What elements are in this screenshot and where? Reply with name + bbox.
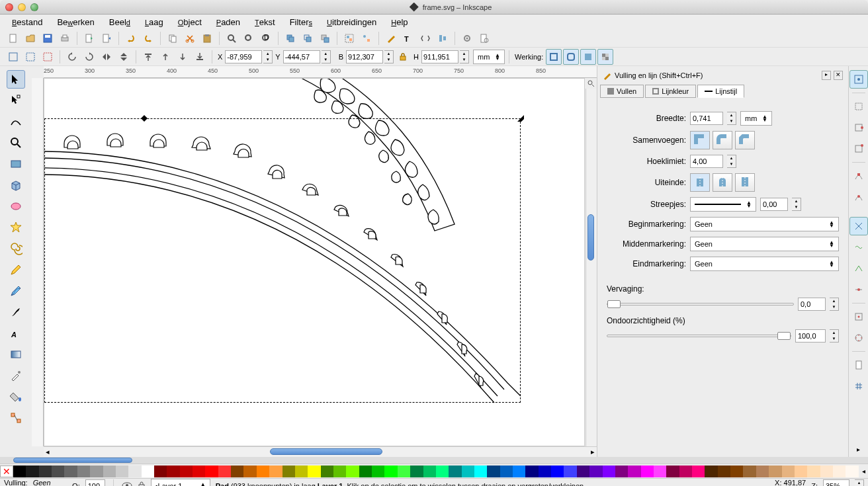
tab-stroke-style[interactable]: Lijnstijl (697, 85, 744, 98)
color-swatch[interactable] (116, 466, 128, 477)
blur-input[interactable] (798, 298, 826, 311)
text-tool[interactable]: A (7, 324, 25, 343)
color-swatch[interactable] (756, 466, 769, 477)
color-swatch[interactable] (384, 466, 397, 477)
mid-marker-select[interactable]: Geen▲▼ (690, 237, 839, 251)
width-input[interactable] (690, 112, 723, 125)
ellipse-tool[interactable] (7, 197, 25, 216)
color-swatch[interactable] (513, 466, 525, 477)
cap-round-button[interactable] (713, 173, 732, 192)
blur-slider[interactable] (607, 303, 794, 305)
snap-bbox-corner-button[interactable] (849, 140, 868, 158)
width-unit-select[interactable]: mm▲▼ (740, 111, 772, 126)
no-color-swatch[interactable]: ✕ (0, 466, 13, 477)
palette-menu-button[interactable]: ◂ (859, 467, 868, 475)
unlink-clone-button[interactable] (317, 30, 333, 46)
affect-stroke-button[interactable] (546, 49, 562, 65)
snap-cusp-button[interactable] (849, 259, 868, 278)
color-swatch[interactable] (589, 466, 602, 477)
color-swatch[interactable] (628, 466, 640, 477)
opacity-slider[interactable] (607, 335, 791, 337)
zoom-selection-button[interactable] (241, 30, 257, 46)
color-swatch[interactable] (90, 466, 103, 477)
color-swatch[interactable] (205, 466, 218, 477)
color-swatch[interactable] (449, 466, 461, 477)
snap-bbox-edge-button[interactable] (849, 118, 868, 137)
unit-select[interactable]: mm▲▼ (473, 50, 505, 64)
color-swatch[interactable] (795, 466, 807, 477)
color-swatch[interactable] (730, 466, 743, 477)
miter-spinner[interactable]: ▲▼ (727, 155, 736, 168)
text-dialog-button[interactable]: T (400, 30, 416, 46)
node-tool[interactable] (7, 91, 25, 110)
color-swatch[interactable] (654, 466, 666, 477)
zoom-tool[interactable] (7, 134, 25, 152)
color-swatch[interactable] (525, 466, 538, 477)
color-swatch[interactable] (231, 466, 243, 477)
x-spinner[interactable]: ▲▼ (263, 50, 273, 63)
window-close-button[interactable] (5, 3, 13, 11)
color-swatch[interactable] (539, 466, 551, 477)
print-button[interactable] (57, 30, 73, 46)
miter-input[interactable] (690, 155, 723, 168)
palette-scrollbar[interactable] (0, 457, 868, 464)
color-swatch[interactable] (398, 466, 410, 477)
join-bevel-button[interactable] (735, 131, 755, 149)
dialog-close-button[interactable]: ✕ (834, 71, 843, 80)
menu-paden[interactable]: Paden (210, 16, 247, 28)
color-swatch[interactable] (64, 466, 77, 477)
cap-square-button[interactable] (735, 173, 755, 192)
status-opacity-input[interactable] (85, 479, 105, 487)
paste-button[interactable] (199, 30, 215, 46)
affect-corner-button[interactable] (563, 49, 579, 65)
menu-beeld[interactable]: Beeld (103, 16, 137, 28)
snap-enable-button[interactable] (849, 70, 868, 89)
color-swatch[interactable] (500, 466, 513, 477)
snap-intersection-button[interactable] (849, 217, 868, 235)
color-swatch[interactable] (462, 466, 474, 477)
color-swatch[interactable] (487, 466, 499, 477)
layer-lock-toggle[interactable] (138, 481, 146, 487)
color-swatch[interactable] (679, 466, 692, 477)
raise-top-button[interactable] (140, 49, 156, 65)
color-swatch[interactable] (718, 466, 730, 477)
color-swatch[interactable] (769, 466, 781, 477)
affect-gradient-button[interactable] (580, 49, 596, 65)
color-swatch[interactable] (820, 466, 833, 477)
menu-filters[interactable]: Filters (283, 16, 319, 28)
export-button[interactable] (99, 30, 114, 46)
color-swatch[interactable] (807, 466, 820, 477)
3dbox-tool[interactable] (7, 176, 25, 194)
group-button[interactable] (341, 30, 357, 46)
tab-fill[interactable]: Vullen (600, 85, 644, 98)
snap-path-button[interactable] (849, 188, 868, 206)
color-swatch[interactable] (782, 466, 795, 477)
menu-laag[interactable]: Laag (138, 16, 170, 28)
width-spinner[interactable]: ▲▼ (727, 112, 736, 125)
y-spinner[interactable]: ▲▼ (322, 50, 331, 63)
lower-bottom-button[interactable] (192, 49, 208, 65)
color-swatch[interactable] (180, 466, 193, 477)
gradient-tool[interactable] (7, 345, 25, 364)
tweak-tool[interactable] (7, 112, 25, 131)
calligraphy-tool[interactable] (7, 303, 25, 321)
color-swatch[interactable] (269, 466, 282, 477)
layer-visibility-toggle[interactable] (122, 481, 132, 487)
color-swatch[interactable] (410, 466, 423, 477)
lower-button[interactable] (175, 49, 191, 65)
scrollbar-vertical[interactable] (586, 89, 596, 446)
document-properties-button[interactable] (476, 30, 492, 46)
open-button[interactable] (22, 30, 38, 46)
snap-midpoint-button[interactable] (849, 280, 868, 299)
color-swatch[interactable] (257, 466, 269, 477)
snap-node-button[interactable] (849, 167, 868, 185)
join-miter-button[interactable] (690, 131, 710, 149)
snap-grid-button[interactable] (849, 377, 868, 395)
color-swatch[interactable] (666, 466, 679, 477)
color-swatch[interactable] (295, 466, 308, 477)
blur-spinner[interactable]: ▲▼ (830, 298, 839, 311)
rotate-ccw-button[interactable] (64, 49, 80, 65)
status-zoom-spinner[interactable]: ▲▼ (855, 479, 864, 487)
start-marker-select[interactable]: Geen▲▼ (690, 217, 839, 231)
color-swatch[interactable] (282, 466, 295, 477)
